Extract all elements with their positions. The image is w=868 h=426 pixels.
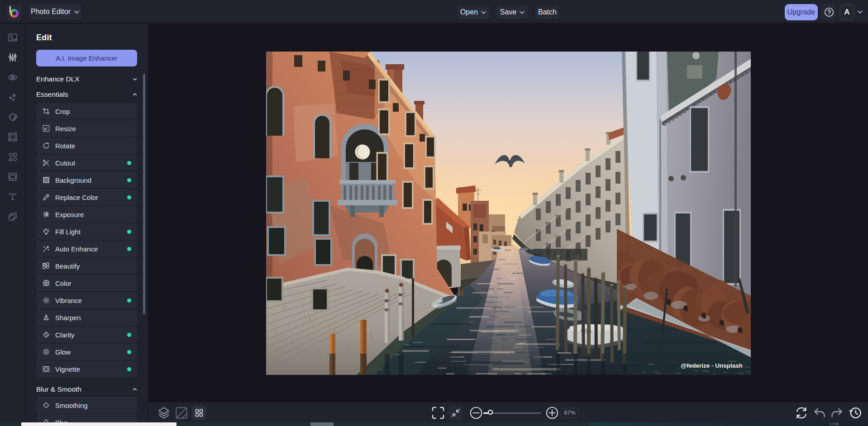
- svg-text:@federize - Unsplash: @federize - Unsplash: [681, 362, 743, 369]
